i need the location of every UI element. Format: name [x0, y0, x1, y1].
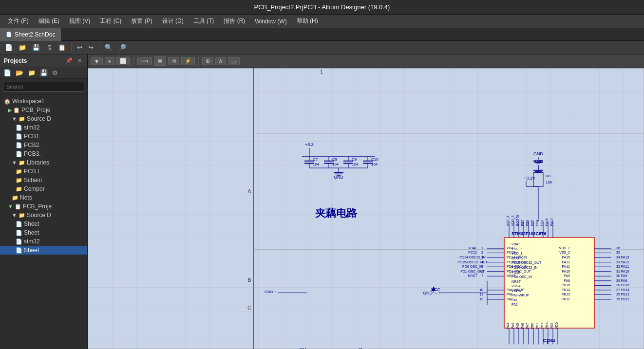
pcb3-label: PCB3. — [24, 150, 41, 157]
text-btn[interactable]: A — [215, 57, 226, 65]
toolbar-print[interactable]: 📋 — [56, 43, 68, 52]
tree-schem[interactable]: 📁 Schem — [0, 176, 87, 184]
search-box — [0, 79, 87, 95]
svg-text:104: 104 — [352, 162, 359, 166]
toolbar-sep-2 — [99, 43, 99, 52]
svg-text:PB11: PB11 — [540, 321, 544, 329]
svg-text:PD1-OSC_OUT: PD1-OSC_OUT — [460, 270, 485, 274]
toolbar-open[interactable]: 📁 — [17, 43, 28, 52]
pcb-proj1-label: PCB_Proje — [21, 107, 50, 113]
search-input[interactable] — [3, 82, 84, 92]
sheet3-label: Sheet — [24, 247, 39, 254]
add-btn[interactable]: + — [105, 57, 114, 65]
stm32-2-icon: 📄 — [16, 239, 22, 245]
svg-text:PD0-OSC_IN: PD0-OSC_IN — [462, 265, 483, 269]
panel-close-btn[interactable]: ✕ — [76, 57, 83, 64]
tree-pcbl[interactable]: 📁 PCB L — [0, 167, 87, 176]
tab-icon: 📄 — [6, 32, 12, 37]
tree-sheet1[interactable]: 📄 Sheet — [0, 220, 87, 228]
libraries-icon: 📁 — [19, 160, 25, 166]
svg-text:PB1: PB1 — [535, 323, 539, 329]
menu-reports[interactable]: 报告 (R) — [220, 16, 249, 26]
panel-tool-new[interactable]: 📄 — [2, 69, 13, 77]
schematic-toolbar: ▼ + ⬜ ⟿ 〓 ⇉ ⚡ ⊕ A ◡ — [88, 55, 644, 68]
tab-sheet2-schdoc[interactable]: 📄 Sheet2.SchDoc — [0, 28, 61, 41]
comp-btn[interactable]: ⊕ — [202, 57, 213, 65]
svg-text:PC13: PC13 — [468, 251, 477, 255]
tree-pcb2[interactable]: 📄 PCB2. — [0, 141, 87, 149]
tree-stm32-1[interactable]: 📄 stm32 — [0, 123, 87, 132]
toolbar-undo[interactable]: ↩ — [75, 43, 84, 52]
menu-design[interactable]: 设计 (D) — [158, 16, 188, 26]
tree-workspace1[interactable]: 🏠 Workspace1 — [0, 97, 87, 106]
panel-tool-save[interactable]: 💾 — [38, 69, 49, 77]
panel-tool-settings[interactable]: ⚙ — [51, 69, 59, 77]
menu-view[interactable]: 视图 (V) — [65, 16, 94, 26]
panel-tool-close[interactable]: 📁 — [26, 69, 37, 77]
svg-text:2: 2 — [481, 251, 483, 255]
svg-text:夹藕电路: 夹藕电路 — [315, 208, 358, 219]
source1-label: Source D — [27, 115, 51, 122]
svg-text:7: 7 — [481, 274, 483, 277]
schematic-canvas-area[interactable]: A B C 1 +3.3 C7 104 C8 — [88, 68, 644, 349]
menu-project[interactable]: 工程 (C) — [96, 16, 125, 26]
toolbar-save[interactable]: 💾 — [30, 43, 42, 52]
power-btn[interactable]: ⚡ — [181, 57, 195, 65]
menu-file[interactable]: 文件 (F) — [4, 16, 33, 26]
menu-help[interactable]: 帮助 (H) — [293, 16, 322, 26]
toolbar-save-all[interactable]: 🖨 — [44, 43, 54, 52]
svg-text:PC14-OSC32_IN: PC14-OSC32_IN — [511, 266, 538, 270]
menu-bar: 文件 (F) 编辑 (E) 视图 (V) 工程 (C) 放置 (P) 设计 (D… — [0, 15, 644, 28]
tree-sheet3[interactable]: 📄 Sheet — [0, 246, 87, 255]
tree-sheet2[interactable]: 📄 Sheet — [0, 228, 87, 237]
select-rect-btn[interactable]: ⬜ — [116, 57, 130, 65]
svg-text:C7: C7 — [313, 157, 318, 162]
filter-btn[interactable]: ▼ — [91, 57, 103, 65]
panel-header: Projects 📌 ✕ — [0, 55, 87, 67]
svg-text:1: 1 — [481, 246, 483, 250]
tree-pcb1[interactable]: 📄 PCB1. — [0, 132, 87, 141]
svg-text:26  PB13: 26 PB13 — [616, 293, 629, 296]
svg-text:+3.3: +3.3 — [305, 142, 314, 147]
tree-nets[interactable]: 📁 Nets — [0, 193, 87, 202]
net-btn[interactable]: ⇉ — [168, 57, 179, 65]
menu-place[interactable]: 放置 (P) — [127, 16, 156, 26]
svg-text:PA8: PA8 — [564, 279, 570, 282]
svg-text:PA10: PA10 — [562, 270, 570, 273]
svg-text:B: B — [247, 277, 251, 283]
svg-text:VDD: VDD — [555, 322, 558, 329]
svg-text:PA11: PA11 — [562, 265, 570, 268]
tree-pcb3[interactable]: 📄 PCB3. — [0, 149, 87, 158]
svg-text:104: 104 — [332, 162, 339, 166]
workspace-icon: 🏠 — [4, 98, 11, 105]
svg-text:C10: C10 — [371, 157, 379, 162]
toolbar-zoom-fit[interactable]: 🔍 — [103, 43, 114, 52]
tree-libraries[interactable]: ▼ 📁 Libraries — [0, 158, 87, 167]
panel-pin-btn[interactable]: 📌 — [64, 57, 74, 64]
svg-text:PB14: PB14 — [562, 288, 570, 292]
arc-btn[interactable]: ◡ — [228, 57, 240, 65]
panel-tool-open[interactable]: 📂 — [14, 69, 25, 77]
tree-source1[interactable]: ▼ 📁 Source D — [0, 114, 87, 123]
tree-pcb-proj2[interactable]: ▼ 📋 PCB_Proje — [0, 202, 87, 211]
menu-tools[interactable]: 工具 (T) — [189, 16, 218, 26]
svg-text:VSS_2: VSS_2 — [559, 251, 570, 255]
menu-edit[interactable]: 编辑 (E) — [35, 16, 63, 26]
bus-btn[interactable]: 〓 — [154, 56, 166, 66]
toolbar-new[interactable]: 📄 — [3, 43, 15, 52]
panel-title: Projects — [4, 57, 27, 64]
tree-pcb-proj1[interactable]: ▶ 📋 PCB_Proje — [0, 106, 87, 114]
tree-stm32-2[interactable]: 📄 stm32 — [0, 237, 87, 246]
svg-text:VBAT: VBAT — [511, 242, 521, 246]
wire-btn[interactable]: ⟿ — [137, 57, 152, 65]
tree-source2[interactable]: ▼ 📁 Source D — [0, 211, 87, 220]
tree-compor[interactable]: 📁 Compor — [0, 184, 87, 193]
source2-icon: 📁 — [19, 212, 25, 219]
svg-text:VDD_2: VDD_2 — [559, 246, 570, 250]
schematic-svg: A B C 1 +3.3 C7 104 C8 — [88, 68, 644, 349]
toolbar-redo[interactable]: ↪ — [86, 43, 95, 52]
stm32-1-icon: 📄 — [16, 125, 22, 131]
menu-window[interactable]: Window (W) — [251, 17, 290, 26]
toolbar-zoom-in[interactable]: 🔎 — [116, 43, 128, 52]
svg-text:PC13: PC13 — [511, 271, 520, 274]
